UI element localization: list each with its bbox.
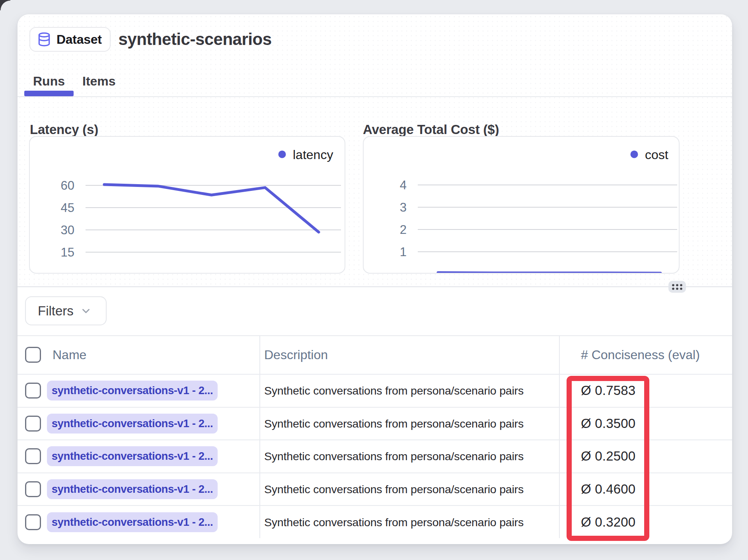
runs-table: Name Description # Conciseness (eval) sy…: [18, 335, 732, 538]
tabs: Runs Items: [24, 66, 125, 96]
table-row: synthetic-conversations-v1 - 2... Synthe…: [18, 439, 732, 472]
svg-text:1: 1: [400, 245, 407, 259]
tab-items-label: Items: [82, 74, 116, 89]
tab-items[interactable]: Items: [74, 66, 125, 96]
dataset-badge: Dataset: [29, 27, 111, 52]
run-conciseness-value: Ø 0.3200: [581, 515, 635, 530]
run-conciseness-value: Ø 0.7583: [581, 383, 635, 398]
run-name-pill[interactable]: synthetic-conversations-v1 - 2...: [47, 414, 218, 434]
legend-label: cost: [645, 148, 668, 162]
filters-button-label: Filters: [38, 303, 74, 319]
chevron-down-icon: [80, 305, 92, 317]
run-description: Synthetic conversations from persona/sce…: [264, 450, 524, 463]
dataset-badge-label: Dataset: [56, 32, 102, 47]
legend-label: latency: [293, 148, 333, 162]
run-description: Synthetic conversations from persona/sce…: [264, 483, 524, 496]
window-corner: [0, 0, 10, 10]
legend-dot-icon: [279, 151, 286, 158]
run-name-pill[interactable]: synthetic-conversations-v1 - 2...: [47, 381, 218, 401]
row-checkbox[interactable]: [25, 481, 41, 497]
tab-runs[interactable]: Runs: [24, 66, 74, 96]
cost-series-line: [438, 273, 660, 273]
database-icon: [37, 32, 52, 47]
row-checkbox[interactable]: [25, 448, 41, 464]
row-checkbox[interactable]: [25, 416, 41, 432]
drag-handle[interactable]: [668, 281, 686, 293]
run-description: Synthetic conversations from persona/sce…: [264, 384, 524, 397]
run-name-label: synthetic-conversations-v1 - 2...: [52, 483, 213, 496]
run-name-label: synthetic-conversations-v1 - 2...: [52, 417, 213, 430]
tab-runs-label: Runs: [33, 74, 65, 89]
run-name-label: synthetic-conversations-v1 - 2...: [52, 516, 213, 529]
run-description: Synthetic conversations from persona/sce…: [264, 417, 524, 430]
cost-chart-heading: Average Total Cost ($): [363, 122, 499, 137]
charts-section: Dataset synthetic-scenarios Runs Items L…: [18, 14, 732, 286]
svg-text:45: 45: [61, 201, 74, 215]
row-checkbox[interactable]: [25, 514, 41, 530]
run-name-pill[interactable]: synthetic-conversations-v1 - 2...: [47, 512, 218, 532]
svg-text:4: 4: [400, 178, 407, 192]
run-description: Synthetic conversations from persona/sce…: [264, 515, 524, 529]
column-header-conciseness[interactable]: # Conciseness (eval): [581, 347, 700, 362]
table-row: synthetic-conversations-v1 - 2... Synthe…: [18, 407, 732, 440]
legend-dot-icon: [631, 151, 638, 158]
tabs-divider: [18, 96, 732, 97]
run-conciseness-value: Ø 0.4600: [581, 482, 635, 497]
svg-text:60: 60: [61, 179, 74, 192]
panel-resize-divider[interactable]: [18, 286, 732, 287]
select-all-checkbox[interactable]: [25, 347, 41, 363]
latency-series-line: [104, 185, 319, 232]
table-body: synthetic-conversations-v1 - 2... Synthe…: [18, 374, 732, 538]
svg-text:2: 2: [400, 223, 407, 237]
cost-chart: 4321cost: [363, 136, 680, 274]
latency-chart-heading: Latency (s): [30, 122, 98, 137]
column-header-name[interactable]: Name: [53, 347, 86, 362]
svg-text:15: 15: [61, 245, 74, 259]
page-title: synthetic-scenarios: [119, 30, 272, 49]
run-conciseness-value: Ø 0.3500: [581, 416, 635, 431]
column-header-description[interactable]: Description: [264, 347, 328, 362]
table-row: synthetic-conversations-v1 - 2... Synthe…: [18, 374, 732, 407]
table-header-row: Name Description # Conciseness (eval): [18, 335, 732, 374]
page-header: Dataset synthetic-scenarios: [29, 27, 272, 52]
table-row: synthetic-conversations-v1 - 2... Synthe…: [18, 505, 732, 538]
run-name-pill[interactable]: synthetic-conversations-v1 - 2...: [47, 446, 218, 466]
run-name-pill[interactable]: synthetic-conversations-v1 - 2...: [47, 479, 218, 499]
svg-text:3: 3: [400, 200, 407, 214]
run-name-label: synthetic-conversations-v1 - 2...: [52, 450, 213, 463]
latency-chart: 60453015latency: [29, 136, 345, 274]
latency-line-chart: 60453015latency: [30, 137, 345, 274]
filters-button[interactable]: Filters: [25, 296, 107, 325]
grip-dots-icon: [670, 282, 684, 291]
row-checkbox[interactable]: [25, 383, 41, 399]
cost-line-chart: 4321cost: [364, 137, 680, 274]
svg-text:30: 30: [61, 223, 74, 237]
dataset-panel: Dataset synthetic-scenarios Runs Items L…: [18, 14, 732, 544]
table-row: synthetic-conversations-v1 - 2... Synthe…: [18, 472, 732, 506]
run-conciseness-value: Ø 0.2500: [581, 449, 635, 464]
run-name-label: synthetic-conversations-v1 - 2...: [52, 384, 213, 397]
